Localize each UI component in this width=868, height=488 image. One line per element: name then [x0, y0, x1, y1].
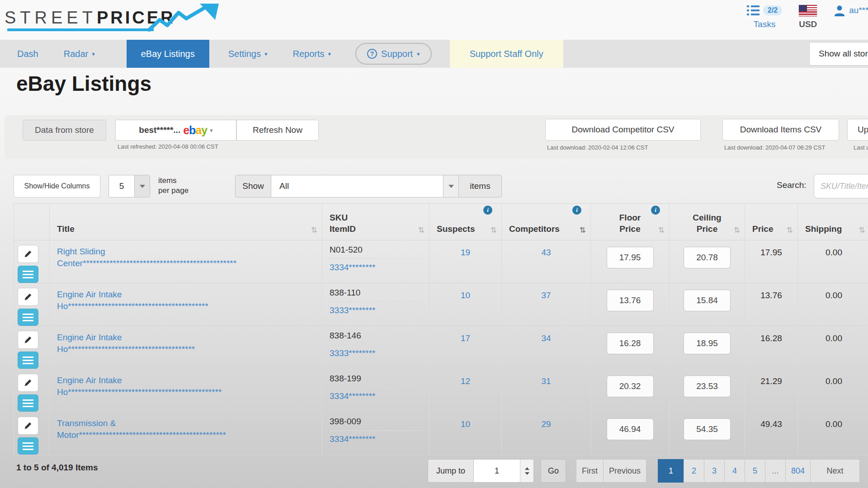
- item-id-link[interactable]: 3334********: [330, 259, 429, 272]
- stepper-up-icon[interactable]: [525, 467, 529, 470]
- refresh-now-button[interactable]: Refresh Now: [236, 120, 319, 141]
- store-select-dropdown[interactable]: best*****... ebay ▾: [115, 120, 236, 141]
- ceiling-price-input[interactable]: [684, 247, 731, 268]
- nav-support[interactable]: ? Support ▾: [355, 43, 432, 65]
- item-title-link[interactable]: Right SlidingCenter*********************…: [50, 240, 322, 269]
- header-competitors[interactable]: i Competitors ⇅: [502, 204, 591, 240]
- previous-page-button[interactable]: Previous: [603, 459, 646, 483]
- edit-item-button[interactable]: [18, 417, 38, 435]
- download-competitor-csv-button[interactable]: Download Competitor CSV: [545, 119, 701, 141]
- nav-settings[interactable]: Settings▾: [216, 40, 280, 68]
- sort-icon[interactable]: ⇅: [658, 225, 665, 235]
- floor-price-input[interactable]: [607, 247, 654, 268]
- edit-item-button[interactable]: [18, 245, 38, 263]
- header-shipping[interactable]: Shipping ⇅: [798, 204, 868, 240]
- suspects-count-link[interactable]: 10: [461, 419, 470, 429]
- item-details-button[interactable]: [18, 437, 38, 455]
- floor-price-input[interactable]: [607, 375, 654, 397]
- floor-price-input[interactable]: [607, 333, 654, 354]
- page-button-3[interactable]: 3: [704, 459, 725, 483]
- sort-icon[interactable]: ⇅: [580, 225, 586, 235]
- page-button-5[interactable]: 5: [745, 459, 765, 483]
- nav-reports[interactable]: Reports▾: [280, 40, 344, 68]
- upload-items-csv-button[interactable]: Upload Items CSV: [847, 119, 868, 141]
- pencil-icon: [24, 249, 33, 258]
- item-id-link[interactable]: 3333********: [330, 302, 429, 315]
- page-button-4[interactable]: 4: [724, 459, 745, 483]
- item-title-link[interactable]: Engine Air IntakeHo*********************…: [50, 369, 322, 398]
- ceiling-price-input[interactable]: [684, 290, 731, 311]
- floor-price-input[interactable]: [607, 418, 654, 440]
- nav-dash[interactable]: Dash: [5, 40, 51, 68]
- competitors-count-link[interactable]: 34: [541, 333, 551, 343]
- header-price[interactable]: Price ⇅: [745, 204, 798, 240]
- item-details-button[interactable]: [18, 309, 38, 326]
- edit-item-button[interactable]: [18, 374, 38, 392]
- next-page-button[interactable]: Next: [810, 459, 860, 483]
- edit-item-button[interactable]: [18, 288, 38, 306]
- top-right-area: 2/2 Tasks USD au******: [747, 4, 868, 29]
- header-sku-itemid[interactable]: SKUItemID ⇅: [322, 204, 429, 240]
- show-all-stores-button[interactable]: Show all stores: [809, 42, 868, 66]
- sort-icon[interactable]: ⇅: [787, 225, 793, 235]
- show-hide-columns-button[interactable]: Show/Hide Columns: [14, 175, 100, 197]
- info-icon[interactable]: i: [483, 206, 492, 215]
- download-items-csv-button[interactable]: Download Items CSV: [722, 119, 839, 141]
- page-ellipsis[interactable]: ...: [765, 459, 786, 483]
- page-button-2[interactable]: 2: [684, 459, 704, 483]
- ceiling-price-input[interactable]: [684, 375, 731, 397]
- item-title-link[interactable]: Engine Air IntakeHo*********************…: [50, 326, 322, 355]
- item-id-link[interactable]: 3334********: [330, 431, 429, 444]
- item-details-button[interactable]: [18, 352, 38, 369]
- competitors-count-link[interactable]: 29: [541, 419, 551, 429]
- price-value: 17.95: [760, 248, 782, 257]
- list-icon: [23, 314, 33, 321]
- jump-to-input[interactable]: [474, 460, 520, 482]
- item-title-link[interactable]: Engine Air IntakeHo*********************…: [50, 283, 322, 312]
- sort-icon[interactable]: ⇅: [491, 225, 497, 235]
- page-button-1[interactable]: 1: [658, 459, 684, 483]
- competitors-count-link[interactable]: 43: [541, 248, 551, 257]
- edit-item-button[interactable]: [18, 331, 38, 349]
- header-ceiling-price[interactable]: CeilingPrice ⇅: [670, 204, 745, 240]
- suspects-count-link[interactable]: 19: [461, 248, 470, 257]
- floor-price-input[interactable]: [607, 290, 654, 311]
- item-id-link[interactable]: 3334********: [330, 388, 429, 401]
- suspects-count-link[interactable]: 12: [461, 376, 470, 386]
- competitors-count-link[interactable]: 31: [541, 376, 551, 386]
- sort-icon[interactable]: ⇅: [311, 225, 317, 235]
- ceiling-price-input[interactable]: [684, 333, 731, 354]
- header-floor-price[interactable]: i FloorPrice ⇅: [591, 204, 670, 240]
- data-from-store-button[interactable]: Data from store: [23, 120, 106, 141]
- nav-radar[interactable]: Radar▾: [51, 40, 108, 68]
- search-input[interactable]: [814, 174, 868, 198]
- go-button[interactable]: Go: [541, 459, 566, 483]
- number-stepper[interactable]: [520, 460, 533, 482]
- user-widget[interactable]: au******: [834, 4, 868, 17]
- item-details-button[interactable]: [18, 266, 38, 283]
- page-button-804[interactable]: 804: [785, 459, 811, 483]
- sort-icon[interactable]: ⇅: [418, 225, 425, 235]
- tasks-widget[interactable]: 2/2 Tasks: [747, 4, 782, 29]
- currency-widget[interactable]: USD: [798, 4, 817, 29]
- ceiling-price-input[interactable]: [684, 418, 731, 440]
- item-details-button[interactable]: [18, 394, 38, 412]
- suspects-count-link[interactable]: 17: [461, 333, 470, 343]
- competitors-count-link[interactable]: 37: [541, 291, 551, 300]
- item-title-link[interactable]: Transmission &Motor*********************…: [50, 412, 322, 441]
- info-icon[interactable]: i: [572, 206, 581, 215]
- stepper-down-icon[interactable]: [525, 472, 529, 475]
- tasks-count-badge: 2/2: [763, 5, 782, 15]
- item-id-link[interactable]: 3333********: [330, 345, 429, 358]
- top-bar: STREETPRICER 2/2 Tasks USD: [0, 0, 868, 40]
- header-title[interactable]: Title ⇅: [50, 204, 322, 240]
- items-per-page-select[interactable]: 5: [108, 175, 150, 197]
- first-page-button[interactable]: First: [576, 459, 604, 483]
- sort-icon[interactable]: ⇅: [859, 225, 865, 235]
- suspects-count-link[interactable]: 10: [461, 291, 470, 300]
- nav-ebay-listings[interactable]: eBay Listings: [127, 40, 209, 68]
- streetpricer-logo[interactable]: STREETPRICER: [5, 3, 222, 35]
- header-suspects[interactable]: i Suspects ⇅: [429, 204, 502, 240]
- sort-icon[interactable]: ⇅: [734, 225, 740, 235]
- show-filter-select[interactable]: All: [271, 175, 459, 197]
